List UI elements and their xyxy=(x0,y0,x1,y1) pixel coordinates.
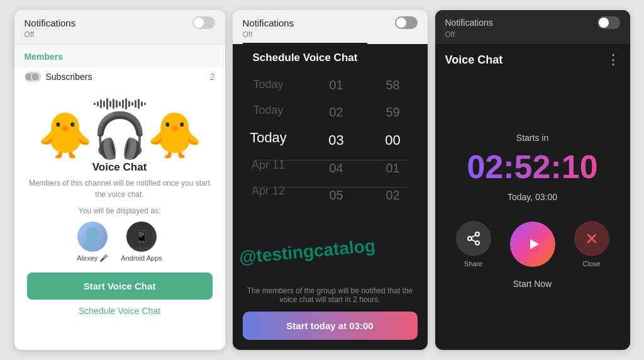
displayed-as-label: You will be displayed as: xyxy=(79,206,160,215)
countdown-timer: 02:52:10 xyxy=(467,148,597,186)
play-circle xyxy=(510,222,555,267)
minute-item-selected: 00 xyxy=(365,126,421,155)
action-buttons-row: Share Clos xyxy=(456,221,609,267)
avatar-alexey xyxy=(77,222,108,252)
subscribers-count: 2 xyxy=(210,72,215,82)
hour-item: 05 xyxy=(308,182,365,209)
hour-column: 01 02 03 04 05 xyxy=(308,68,365,279)
schedule-voice-chat-link[interactable]: Schedule Voice Chat xyxy=(79,306,160,316)
share-circle xyxy=(456,221,491,256)
notif-bar-3: Notifications Off xyxy=(435,10,630,44)
notif-title-3: Notifications xyxy=(445,18,493,28)
wave-bar xyxy=(144,103,146,105)
wave-bar xyxy=(141,101,143,106)
wave-bar xyxy=(100,99,102,108)
start-today-button[interactable]: Start today at 03:00 xyxy=(243,312,418,340)
date-column: Today Today Today Apr 11 Apr 12 xyxy=(239,68,308,279)
time-picker[interactable]: Today Today Today Apr 11 Apr 12 01 02 03… xyxy=(233,68,428,350)
members-label: Members xyxy=(25,52,63,62)
wave-bar xyxy=(119,101,121,106)
notif-title-2: Notifications xyxy=(243,18,294,28)
subscribers-row[interactable]: Subscribers 2 xyxy=(14,66,225,87)
notif-toggle-1[interactable] xyxy=(192,16,215,29)
wave-bar xyxy=(106,98,108,110)
share-button[interactable]: Share xyxy=(456,221,491,267)
minute-column: 58 59 00 01 02 xyxy=(365,68,421,279)
notif-toggle-2[interactable] xyxy=(395,16,418,29)
notif-title-1: Notifications xyxy=(25,18,76,28)
wave-bar xyxy=(94,103,96,105)
wave-bar xyxy=(125,98,127,110)
wave-bar xyxy=(116,100,118,108)
wave-bar xyxy=(131,102,133,106)
sound-wave xyxy=(94,97,146,111)
notif-status-1: Off xyxy=(25,30,215,39)
vc-header-title: Voice Chat xyxy=(445,53,503,67)
screenshots-container: Notifications Off Members Subscribers 2 xyxy=(0,0,644,360)
vc-header: Voice Chat ⋮ xyxy=(435,44,630,72)
svg-text:📱: 📱 xyxy=(135,230,149,244)
hour-item: 04 xyxy=(308,155,365,182)
notif-status-3: Off xyxy=(445,30,620,39)
schedule-title: Schedule Voice Chat xyxy=(243,43,368,69)
vc-desc: Members of this channel will be notified… xyxy=(27,177,213,200)
date-item: Today xyxy=(239,72,298,98)
avatars-row: Alexey 🎤 📱 Android Apps xyxy=(77,222,162,262)
notif-status-2: Off xyxy=(243,30,418,39)
avatar-item-android: 📱 Android Apps xyxy=(121,222,162,262)
notif-bar-1: Notifications Off xyxy=(14,10,225,44)
date-item-selected: Today xyxy=(239,123,298,152)
avatar-name-android: Android Apps xyxy=(121,254,162,262)
three-dots-menu[interactable]: ⋮ xyxy=(606,52,620,68)
close-button[interactable]: Close xyxy=(574,221,609,267)
notif-toggle-3[interactable] xyxy=(597,16,620,29)
svg-point-1 xyxy=(84,238,101,250)
subscribers-text: Subscribers xyxy=(46,72,92,82)
minute-item: 59 xyxy=(365,99,421,126)
wave-bar xyxy=(138,99,140,109)
subscribers-icon xyxy=(25,72,41,82)
share-label: Share xyxy=(464,260,482,267)
members-section: Members xyxy=(14,44,225,66)
duck-illustration: 🐥🎧🐥 xyxy=(38,113,202,157)
date-item: Today xyxy=(239,98,298,123)
wave-bar xyxy=(135,100,136,108)
wave-bar xyxy=(103,101,105,107)
wave-bar xyxy=(97,101,99,106)
svg-marker-4 xyxy=(530,239,539,249)
close-label: Close xyxy=(582,260,600,267)
vc-title: Voice Chat xyxy=(92,161,147,174)
countdown-section: Starts in 02:52:10 Today, 03:00 Share xyxy=(435,72,630,350)
play-button[interactable] xyxy=(510,222,555,267)
wave-bar xyxy=(109,101,111,107)
svg-point-0 xyxy=(86,227,99,239)
picker-notif-text: The members of the group will be notifie… xyxy=(233,279,428,312)
hour-item: 01 xyxy=(308,72,365,99)
starts-in-label: Starts in xyxy=(516,133,548,143)
avatar-android: 📱 xyxy=(126,222,157,252)
wave-bar xyxy=(128,101,130,107)
date-item: Apr 12 xyxy=(239,178,298,204)
screen3: Notifications Off Voice Chat ⋮ Starts in… xyxy=(435,10,630,350)
minute-item: 58 xyxy=(365,72,421,99)
wave-bar xyxy=(113,99,114,109)
picker-columns: Today Today Today Apr 11 Apr 12 01 02 03… xyxy=(233,68,428,279)
avatar-name-alexey: Alexey 🎤 xyxy=(77,254,108,262)
hour-item: 02 xyxy=(308,99,365,126)
wave-bar xyxy=(122,99,124,108)
screen1: Notifications Off Members Subscribers 2 xyxy=(14,10,225,350)
minute-item: 01 xyxy=(365,155,421,182)
date-item: Apr 11 xyxy=(239,152,298,178)
avatar-item-alexey: Alexey 🎤 xyxy=(77,222,108,262)
start-now-label: Start Now xyxy=(513,279,552,289)
notif-bar-2: Notifications Off xyxy=(233,10,428,44)
hour-item-selected: 03 xyxy=(308,126,365,155)
scheduled-time: Today, 03:00 xyxy=(508,192,557,202)
voice-chat-content: 🐥🎧🐥 Voice Chat Members of this channel w… xyxy=(14,87,225,350)
minute-item: 02 xyxy=(365,182,421,209)
close-circle xyxy=(574,221,609,256)
screen2: Notifications Off Schedule Voice Chat To… xyxy=(233,10,428,350)
start-voice-chat-button[interactable]: Start Voice Chat xyxy=(27,273,213,300)
